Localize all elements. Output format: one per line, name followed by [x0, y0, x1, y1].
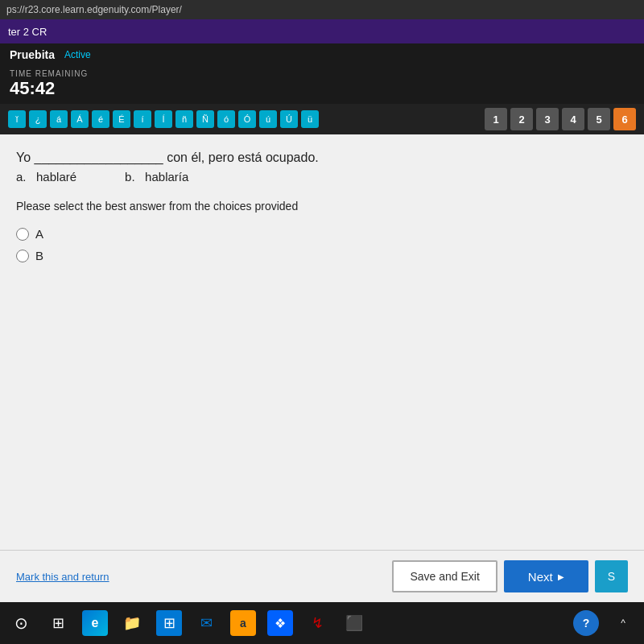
taskbar-amazon-icon[interactable]: a — [230, 610, 256, 636]
option-a-text: A — [35, 227, 43, 241]
radio-option-b[interactable] — [16, 250, 29, 262]
special-char-btn-9[interactable]: ñ — [175, 110, 193, 128]
next-button[interactable]: Next — [504, 560, 588, 592]
special-char-btn-14[interactable]: Ú — [280, 110, 298, 128]
save-exit-button[interactable]: Save and Exit — [392, 560, 497, 592]
taskbar-app1-icon[interactable]: ↯ — [304, 610, 330, 636]
special-chars-bar: ĭ ¿ á Á é É í Í ñ Ñ ó Ó ú Ú ü 1 2 3 4 5 … — [0, 104, 644, 134]
special-char-btn-13[interactable]: ú — [259, 110, 277, 128]
choice-a: a. hablaré — [16, 170, 76, 184]
special-char-btn-7[interactable]: í — [134, 110, 151, 128]
choice-b-text: hablaría — [145, 170, 188, 184]
special-char-btn-8[interactable]: Í — [155, 110, 172, 128]
special-char-btn-3[interactable]: á — [50, 110, 68, 128]
taskbar-mail-icon[interactable]: ✉ — [193, 610, 219, 636]
taskbar-help-icon[interactable]: ? — [573, 610, 599, 636]
submit-button[interactable]: S — [595, 560, 628, 592]
question-num-3[interactable]: 3 — [536, 108, 559, 130]
timer-section: TIME REMAINING 45:42 — [0, 66, 644, 104]
answer-choices: a. hablaré b. hablaría — [16, 170, 628, 184]
choice-b: b. hablaría — [125, 170, 188, 184]
top-nav: ter 2 CR — [0, 19, 644, 43]
question-text: Yo __________________ con él, pero está … — [16, 151, 628, 165]
active-badge: Active — [64, 49, 91, 60]
special-char-btn-12[interactable]: Ó — [238, 110, 256, 128]
taskbar-chevron-icon[interactable]: ^ — [610, 610, 636, 636]
radio-option-a[interactable] — [16, 228, 29, 241]
special-char-btn-5[interactable]: é — [92, 110, 109, 128]
question-num-5[interactable]: 5 — [588, 108, 610, 130]
special-char-btn-1[interactable]: ĭ — [8, 110, 26, 128]
pruebita-label: Pruebita — [10, 48, 55, 61]
main-content: Yo __________________ con él, pero está … — [0, 134, 644, 550]
special-char-btn-15[interactable]: ü — [301, 110, 319, 128]
timer-value: 45:42 — [10, 78, 634, 99]
choice-b-label: b. — [125, 170, 135, 184]
page-wrapper: ps://r23.core.learn.edgenuity.com/Player… — [0, 0, 644, 644]
taskbar-store-icon[interactable]: ⊞ — [156, 610, 182, 636]
browser-url: ps://r23.core.learn.edgenuity.com/Player… — [6, 4, 182, 15]
instruction-text: Please select the best answer from the c… — [16, 200, 628, 213]
special-char-btn-10[interactable]: Ñ — [196, 110, 214, 128]
question-num-6[interactable]: 6 — [613, 108, 636, 130]
bottom-buttons: Save and Exit Next S — [392, 560, 628, 592]
content-wrapper: Yo __________________ con él, pero está … — [0, 134, 644, 602]
special-char-btn-11[interactable]: ó — [217, 110, 235, 128]
choice-a-text: hablaré — [36, 170, 76, 184]
option-b-text: B — [35, 249, 43, 262]
choice-a-label: a. — [16, 170, 27, 184]
browser-bar: ps://r23.core.learn.edgenuity.com/Player… — [0, 0, 644, 19]
special-char-btn-6[interactable]: É — [113, 110, 130, 128]
special-char-btn-2[interactable]: ¿ — [29, 110, 47, 128]
bottom-bar: Mark this and return Save and Exit Next … — [0, 550, 644, 602]
taskbar-search-icon[interactable]: ⊙ — [8, 610, 34, 636]
timer-label: TIME REMAINING — [10, 69, 634, 78]
question-num-1[interactable]: 1 — [485, 108, 507, 130]
taskbar-folder-icon[interactable]: 📁 — [119, 610, 145, 636]
taskbar-dropbox-icon[interactable]: ❖ — [267, 610, 293, 636]
taskbar-edge-icon[interactable]: e — [82, 610, 108, 636]
taskbar-taskview-icon[interactable]: ⊞ — [45, 610, 71, 636]
special-char-btn-4[interactable]: Á — [71, 110, 89, 128]
question-num-4[interactable]: 4 — [562, 108, 584, 130]
header-bar: Pruebita Active — [0, 43, 644, 66]
top-nav-title: ter 2 CR — [8, 26, 47, 38]
question-num-2[interactable]: 2 — [510, 108, 533, 130]
taskbar-app2-icon[interactable]: ⬛ — [341, 610, 367, 636]
question-num-buttons: 1 2 3 4 5 6 — [485, 108, 636, 130]
mark-return-button[interactable]: Mark this and return — [16, 571, 109, 583]
taskbar: ⊙ ⊞ e 📁 ⊞ ✉ a ❖ ↯ ⬛ ? ^ — [0, 602, 644, 644]
option-a-label[interactable]: A — [16, 227, 628, 241]
option-b-label[interactable]: B — [16, 249, 628, 262]
